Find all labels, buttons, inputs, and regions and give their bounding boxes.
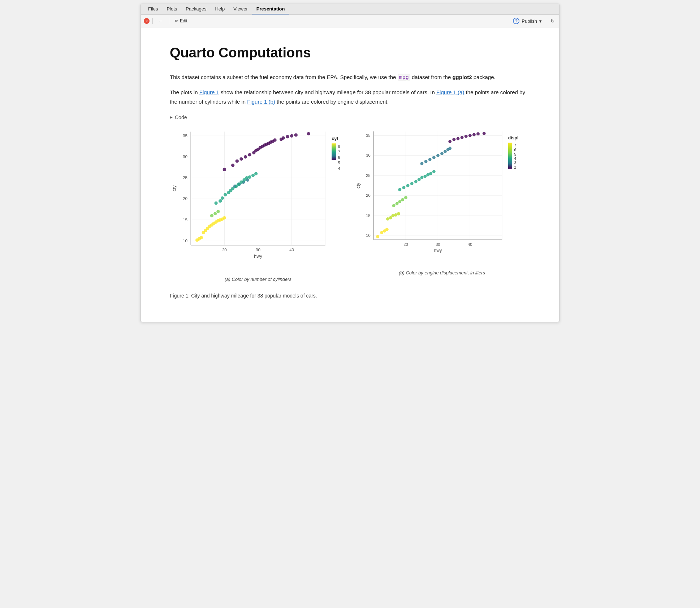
svg-text:20: 20 — [183, 196, 187, 201]
intro-p1-pre: This dataset contains a subset of the fu… — [170, 74, 398, 80]
svg-text:15: 15 — [366, 213, 370, 218]
svg-point-54 — [224, 193, 227, 196]
svg-point-57 — [231, 187, 234, 190]
svg-point-121 — [483, 132, 486, 135]
svg-point-128 — [444, 150, 447, 153]
figure1-link[interactable]: Figure 1 — [199, 89, 219, 95]
figure1b-link[interactable]: Figure 1 (b) — [247, 99, 275, 105]
tab-plots[interactable]: Plots — [162, 4, 181, 14]
svg-point-51 — [214, 201, 217, 205]
plot-b-wrapper: 10 15 20 25 30 35 20 30 40 — [354, 127, 530, 277]
svg-point-114 — [452, 138, 455, 141]
svg-point-52 — [219, 199, 222, 203]
tab-files[interactable]: Files — [144, 4, 162, 14]
svg-point-130 — [448, 147, 451, 150]
edit-button[interactable]: ✏ Edit — [172, 18, 190, 24]
svg-text:10: 10 — [366, 233, 370, 238]
svg-point-139 — [426, 173, 429, 176]
svg-point-133 — [406, 184, 410, 187]
svg-text:3: 3 — [514, 161, 517, 165]
svg-point-68 — [216, 210, 220, 213]
intro-p1-post: dataset from the — [410, 74, 453, 80]
svg-point-151 — [397, 212, 400, 215]
tab-viewer[interactable]: Viewer — [229, 4, 252, 14]
back-button[interactable]: ← — [156, 18, 166, 24]
svg-point-113 — [448, 140, 451, 143]
svg-text:7: 7 — [514, 143, 517, 147]
intro-paragraph-1: This dataset contains a subset of the fu… — [170, 73, 530, 82]
svg-point-24 — [223, 168, 226, 171]
svg-text:20: 20 — [222, 247, 227, 252]
svg-text:25: 25 — [366, 173, 370, 177]
svg-text:40: 40 — [289, 247, 294, 252]
svg-point-149 — [391, 214, 394, 217]
toolbar: ← ✏ Edit Publish ▾ ↻ — [141, 15, 559, 27]
svg-point-63 — [248, 175, 251, 178]
svg-point-29 — [248, 153, 251, 156]
intro-p2-end: the points are colored by engine displac… — [275, 99, 389, 105]
svg-point-45 — [294, 133, 298, 136]
close-button[interactable] — [144, 18, 150, 24]
svg-point-46 — [307, 132, 310, 135]
svg-point-144 — [398, 200, 401, 203]
tab-help[interactable]: Help — [211, 4, 229, 14]
svg-text:5: 5 — [514, 152, 517, 156]
code-toggle[interactable]: ▶ Code — [170, 113, 530, 121]
svg-rect-157 — [508, 143, 512, 169]
svg-point-122 — [420, 162, 423, 165]
svg-text:8: 8 — [338, 144, 340, 148]
plot-b-caption: (b) Color by engine displacement, in lit… — [354, 269, 530, 277]
svg-text:cyl: cyl — [332, 136, 338, 141]
svg-point-44 — [290, 134, 293, 137]
svg-point-136 — [418, 178, 421, 181]
svg-point-138 — [423, 175, 427, 178]
svg-point-66 — [210, 214, 213, 217]
svg-point-40 — [273, 138, 276, 142]
svg-text:7: 7 — [338, 150, 340, 154]
publish-dropdown-icon: ▾ — [539, 18, 542, 24]
intro-paragraph-2: The plots in Figure 1 show the relations… — [170, 88, 530, 106]
svg-point-152 — [380, 231, 383, 234]
svg-text:6: 6 — [514, 148, 517, 152]
svg-text:cty: cty — [356, 182, 361, 188]
svg-point-135 — [414, 180, 418, 183]
tab-packages[interactable]: Packages — [181, 4, 211, 14]
svg-text:6: 6 — [338, 156, 340, 160]
publish-label: Publish — [522, 18, 537, 24]
svg-point-126 — [436, 154, 440, 157]
svg-point-142 — [392, 204, 396, 207]
back-icon: ← — [159, 18, 163, 23]
publish-button[interactable]: Publish ▾ — [509, 16, 546, 26]
svg-point-60 — [239, 180, 243, 183]
plots-container: 10 15 20 25 30 35 20 30 40 — [170, 127, 530, 283]
plot-b: 10 15 20 25 30 35 20 30 40 — [354, 127, 530, 266]
svg-point-43 — [286, 135, 289, 138]
pencil-icon: ✏ — [175, 18, 178, 23]
refresh-button[interactable]: ↻ — [549, 17, 556, 25]
intro-p1-end: package. — [472, 74, 496, 80]
toolbar-right: Publish ▾ ↻ — [509, 16, 556, 26]
svg-point-131 — [398, 188, 401, 191]
code-toggle-label: Code — [175, 113, 187, 121]
svg-point-155 — [376, 235, 379, 238]
separator — [152, 18, 153, 24]
publish-icon — [513, 18, 519, 24]
svg-rect-84 — [332, 143, 336, 160]
svg-point-82 — [200, 236, 203, 239]
svg-point-53 — [221, 196, 224, 200]
svg-text:2: 2 — [514, 165, 517, 169]
edit-label: Edit — [180, 18, 187, 23]
svg-text:30: 30 — [183, 154, 187, 159]
figure1a-link[interactable]: Figure 1 (a) — [436, 89, 464, 95]
svg-text:hwy: hwy — [434, 248, 442, 253]
svg-point-28 — [244, 155, 247, 158]
svg-point-143 — [396, 202, 399, 205]
svg-text:15: 15 — [183, 217, 187, 222]
plot-a-wrapper: 10 15 20 25 30 35 20 30 40 — [170, 127, 346, 283]
svg-point-62 — [245, 176, 248, 179]
ggplot2-bold: ggplot2 — [452, 74, 472, 80]
tab-presentation[interactable]: Presentation — [252, 4, 289, 14]
svg-point-42 — [282, 136, 285, 139]
svg-point-26 — [236, 159, 239, 162]
plot-a: 10 15 20 25 30 35 20 30 40 — [170, 127, 346, 273]
